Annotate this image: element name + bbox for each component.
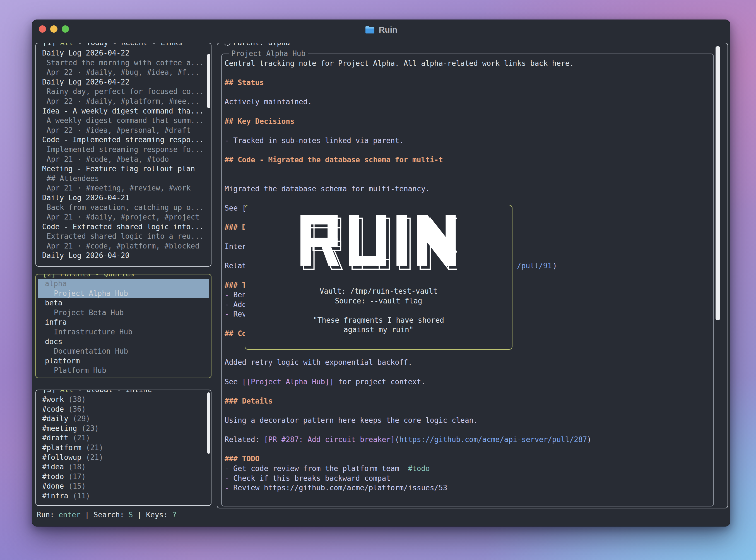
parent-name: infra: [38, 317, 209, 327]
parent-list-item[interactable]: docsDocumentation Hub: [38, 337, 209, 356]
note-content-line: [224, 87, 712, 97]
text-segment: Relat: [224, 262, 246, 270]
notes-panel: [1]─All - Today - Recent - Links Daily L…: [36, 43, 212, 267]
tag-count: (18): [64, 463, 86, 471]
note-content-line: ### TODO: [224, 454, 712, 464]
text-segment: ## Co: [224, 329, 246, 338]
note-item-snippet: Back from vacation, catching up o...: [42, 203, 209, 213]
tag-list-item[interactable]: #todo (17): [42, 472, 209, 482]
note-item-title: Daily Log 2026-04-20: [42, 251, 209, 260]
tag-name: #code: [42, 405, 64, 413]
text-segment: -: [224, 291, 233, 299]
tag-count: (21): [81, 453, 103, 462]
tags-panel-title[interactable]: [3]─All - Global - Inline: [40, 389, 154, 395]
note-item-snippet: Extracted shared logic into a reu...: [42, 232, 209, 241]
notes-panel-title[interactable]: [1]─All - Today - Recent - Links: [40, 43, 185, 48]
parent-list-item[interactable]: alphaProject Alpha Hub: [38, 279, 209, 298]
tag-list-item[interactable]: #idea (18): [42, 462, 209, 472]
note-content-line: [224, 145, 712, 155]
text-segment: ?: [172, 511, 177, 519]
text-segment: /pull/91: [517, 261, 552, 271]
note-content-line: Related: [PR #287: Add circuit breaker](…: [224, 435, 712, 444]
note-scrollbar-thumb[interactable]: [716, 46, 720, 320]
text-segment: ## Key Decisions: [224, 117, 294, 125]
note-list-item[interactable]: Code - Extracted shared logic into...Ext…: [42, 222, 209, 251]
tag-list-item[interactable]: #draft (21): [42, 433, 209, 443]
note-item-meta: Apr 22 · #idea, #personal, #draft: [42, 125, 209, 135]
text-segment: ## Status: [224, 78, 264, 87]
tag-count: (17): [64, 473, 86, 481]
note-item-snippet: A weekly digest command that summ...: [42, 116, 209, 125]
text-segment: Central tracking note for Project Alpha.…: [224, 59, 574, 67]
tag-list-item[interactable]: #done (15): [42, 481, 209, 491]
note-item-title: Meeting - Feature flag rollout plan: [42, 164, 209, 174]
tag-list-item[interactable]: #work (38): [42, 395, 209, 404]
note-content-line: [224, 174, 712, 184]
note-content-line: [224, 194, 712, 203]
tag-list-item[interactable]: #code (36): [42, 404, 209, 414]
tag-list-item[interactable]: #daily (29): [42, 414, 209, 424]
ruin-logo: [300, 215, 457, 271]
parent-list-item[interactable]: infraInfrastructure Hub: [38, 317, 209, 337]
note-list-item[interactable]: Idea - A weekly digest command tha...A w…: [42, 106, 209, 135]
note-content-line: ### Details: [224, 396, 712, 406]
note-list-item[interactable]: Daily Log 2026-04-21Back from vacation, …: [42, 193, 209, 222]
tag-name: #infra: [42, 492, 68, 500]
text-segment: - Global - Inline: [73, 389, 152, 394]
text-segment: (: [395, 435, 399, 444]
tag-list-item[interactable]: #meeting (23): [42, 424, 209, 433]
notes-scrollbar-thumb[interactable]: [207, 54, 210, 108]
text-segment: "These fragments I have shored: [313, 316, 444, 324]
parent-name: alpha: [38, 279, 209, 289]
note-content-line: Migrated the database schema for multi-t…: [224, 184, 712, 194]
text-segment: [[Project Alpha Hub]]: [242, 378, 334, 386]
note-item-title: Daily Log 2026-04-22: [42, 77, 209, 87]
tag-list-item[interactable]: #platform (21): [42, 443, 209, 453]
text-segment: |: [81, 511, 94, 519]
note-content-line: [224, 367, 712, 377]
note-content-line: [224, 425, 712, 435]
text-segment: Review https://github.com/acme/platform/…: [233, 484, 447, 492]
app-window: Ruin [1]─All - Today - Recent - Links Da…: [32, 20, 730, 526]
note-list-item[interactable]: Daily Log 2026-04-22Started the morning …: [42, 48, 209, 77]
tag-count: (15): [64, 482, 86, 490]
text-segment: Using a decorator pattern here keeps the…: [224, 416, 478, 424]
text-segment: #todo: [408, 464, 430, 473]
text-segment: ### TODO: [224, 455, 259, 463]
parent-name: beta: [38, 298, 209, 308]
note-item-meta: Apr 21 · #daily, #project, #project: [42, 212, 209, 222]
window-title: Ruin: [379, 25, 398, 35]
tag-list-item[interactable]: #followup (21): [42, 453, 209, 462]
note-item-snippet: ## Attendees: [42, 174, 209, 183]
note-content-line: Actively maintained.: [224, 97, 712, 107]
note-item-meta: Apr 22 · #daily, #bug, #idea, #f...: [42, 67, 209, 77]
tag-count: (38): [64, 395, 86, 403]
note-content-line: [224, 165, 712, 175]
tag-list-item[interactable]: #infra (11): [42, 491, 209, 501]
notes-list: Daily Log 2026-04-22Started the morning …: [36, 43, 211, 266]
text-segment: https://github.com/acme/api-server/pull/…: [399, 435, 587, 444]
note-content-line: [224, 126, 712, 136]
parent-list-item[interactable]: platformPlatform Hub: [38, 356, 209, 375]
tag-name: #daily: [42, 415, 68, 423]
parent-hub-title: Documentation Hub: [38, 346, 209, 356]
note-item-snippet: Rainy day, perfect for focused co...: [42, 87, 209, 97]
parent-list-item[interactable]: betaProject Beta Hub: [38, 298, 209, 317]
tag-name: #platform: [42, 443, 81, 452]
tags-scrollbar-thumb[interactable]: [207, 393, 210, 454]
note-list-item[interactable]: Daily Log 2026-04-20: [42, 251, 209, 260]
tag-count: (29): [68, 415, 90, 423]
note-list-item[interactable]: Daily Log 2026-04-22Rainy day, perfect f…: [42, 77, 209, 106]
parent-status-icon: [224, 43, 231, 46]
note-item-title: Daily Log 2026-04-21: [42, 193, 209, 203]
note-list-item[interactable]: Code - Implemented streaming respo...Imp…: [42, 135, 209, 164]
parents-panel-title[interactable]: [2]─Parents - Queries: [40, 274, 137, 279]
titlebar[interactable]: Ruin: [32, 20, 730, 40]
note-item-title: Code - Extracted shared logic into...: [42, 222, 209, 232]
note-item-meta: Apr 21 · #code, #platform, #blocked: [42, 241, 209, 251]
parent-breadcrumb: Parent: alpha: [233, 43, 290, 47]
parent-hub-title: Platform Hub: [38, 366, 209, 375]
note-list-item[interactable]: Meeting - Feature flag rollout plan## At…: [42, 164, 209, 193]
text-segment: -: [224, 474, 233, 482]
about-dialog-line: Vault: /tmp/ruin-test-vault: [245, 286, 512, 296]
